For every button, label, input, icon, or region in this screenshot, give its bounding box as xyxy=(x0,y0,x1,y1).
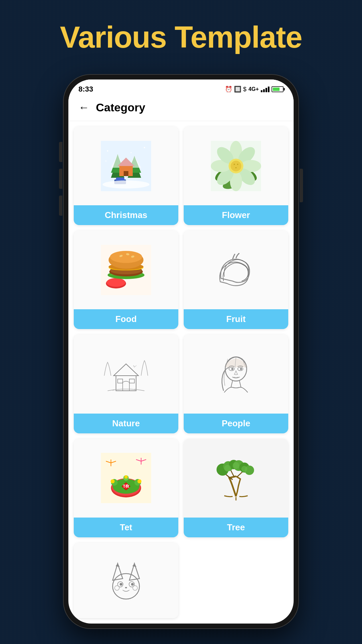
card-label-flower: Flower xyxy=(184,205,288,225)
svg-point-97 xyxy=(120,583,122,586)
svg-point-59 xyxy=(240,368,242,370)
svg-point-73 xyxy=(111,479,115,483)
phone-frame: 8:33 ⏰ 🔲 $ 4G+ ← Category xyxy=(64,75,298,628)
category-card-anime[interactable] xyxy=(74,543,178,618)
card-image-tree xyxy=(184,439,288,518)
svg-rect-12 xyxy=(116,177,124,181)
card-label-food: Food xyxy=(74,309,178,329)
status-icons: ⏰ 🔲 $ 4G+ xyxy=(225,86,284,93)
signal-bars xyxy=(261,87,269,92)
card-label-tree: Tree xyxy=(184,518,288,537)
svg-rect-48 xyxy=(211,245,261,295)
card-image-people xyxy=(184,334,288,413)
svg-text:Tết: Tết xyxy=(123,484,129,489)
battery-box xyxy=(272,86,284,92)
svg-point-34 xyxy=(235,167,237,168)
card-label-people: People xyxy=(184,414,288,433)
svg-point-74 xyxy=(137,479,141,483)
svg-rect-89 xyxy=(101,560,151,600)
phone-screen: 8:33 ⏰ 🔲 $ 4G+ ← Category xyxy=(68,79,294,624)
svg-point-86 xyxy=(224,465,231,472)
svg-point-44 xyxy=(110,251,142,263)
back-button[interactable]: ← xyxy=(78,101,89,114)
svg-point-13 xyxy=(103,180,149,189)
svg-point-14 xyxy=(107,150,108,152)
svg-point-16 xyxy=(131,152,132,153)
phone-wrapper: 8:33 ⏰ 🔲 $ 4G+ ← Category xyxy=(64,75,298,628)
svg-point-33 xyxy=(237,164,238,165)
card-label-christmas: Christmas xyxy=(74,205,178,225)
card-image-nature xyxy=(74,334,178,413)
status-icons-misc: ⏰ 🔲 $ xyxy=(225,86,246,93)
category-card-food[interactable]: Food xyxy=(74,230,178,329)
header-title: Category xyxy=(96,101,145,114)
svg-point-17 xyxy=(106,160,107,161)
card-image-tet: Tết xyxy=(74,439,178,518)
svg-rect-54 xyxy=(211,349,261,399)
svg-point-31 xyxy=(231,161,241,171)
svg-point-58 xyxy=(231,368,233,370)
svg-rect-49 xyxy=(101,349,151,399)
status-time: 8:33 xyxy=(78,85,93,94)
svg-point-101 xyxy=(125,587,127,588)
category-card-tet[interactable]: Tết Tet xyxy=(74,439,178,537)
battery-fill xyxy=(273,88,280,91)
category-card-fruit[interactable]: Fruit xyxy=(184,230,288,329)
category-card-flower[interactable]: Flower xyxy=(184,126,288,225)
card-image-flower xyxy=(184,126,288,205)
category-card-nature[interactable]: Nature xyxy=(74,334,178,433)
svg-point-88 xyxy=(241,466,247,472)
category-card-people[interactable]: People xyxy=(184,334,288,433)
svg-point-87 xyxy=(233,462,239,469)
svg-point-75 xyxy=(124,475,128,479)
card-label-nature: Nature xyxy=(74,414,178,433)
category-grid: Christmas xyxy=(68,121,294,624)
app-header: ← Category xyxy=(68,96,294,121)
page-title: Various Template xyxy=(60,20,302,55)
card-image-food xyxy=(74,230,178,309)
status-bar: 8:33 ⏰ 🔲 $ 4G+ xyxy=(68,79,294,96)
card-label-tet: Tet xyxy=(74,518,178,537)
card-image-fruit xyxy=(184,230,288,309)
svg-point-37 xyxy=(107,278,125,287)
svg-point-98 xyxy=(131,583,134,586)
card-image-anime xyxy=(74,543,178,618)
svg-point-15 xyxy=(144,147,145,148)
category-card-tree[interactable]: Tree xyxy=(184,439,288,537)
category-card-christmas[interactable]: Christmas xyxy=(74,126,178,225)
card-label-fruit: Fruit xyxy=(184,309,288,329)
card-image-christmas xyxy=(74,126,178,205)
battery-indicator xyxy=(272,86,284,92)
svg-rect-10 xyxy=(124,171,128,176)
svg-point-32 xyxy=(234,164,235,165)
network-label: 4G+ xyxy=(248,86,259,92)
